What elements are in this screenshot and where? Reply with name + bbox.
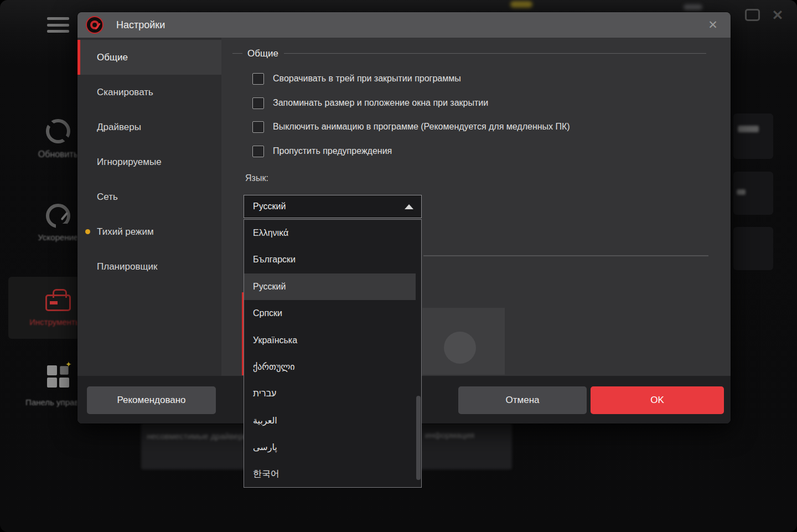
tab-network[interactable]: Сеть bbox=[77, 179, 221, 214]
checkbox-row-remember-window: Запоминать размер и положение окна при з… bbox=[244, 97, 488, 109]
checkbox-skip-warnings[interactable] bbox=[252, 146, 264, 157]
option-greek[interactable]: Ελληνικά bbox=[244, 220, 416, 246]
control-panel-icon bbox=[47, 365, 69, 388]
option-serbian[interactable]: Српски bbox=[244, 300, 416, 327]
background-card bbox=[733, 227, 773, 270]
tab-scan[interactable]: Сканировать bbox=[77, 75, 221, 110]
dialog-close-icon[interactable]: ✕ bbox=[703, 12, 723, 38]
illustration-placeholder bbox=[422, 308, 505, 375]
option-korean[interactable]: 한국어 bbox=[244, 461, 416, 487]
illustration-circle bbox=[444, 332, 476, 364]
background-tile-incompatible-drivers: несовместимые драйверы bbox=[141, 422, 255, 469]
cancel-button[interactable]: Отмена bbox=[458, 386, 587, 414]
maximize-window-icon[interactable] bbox=[745, 9, 760, 21]
checkbox-row-skip-warnings: Пропустить предупреждения bbox=[244, 145, 392, 157]
tab-silent-mode[interactable]: Тихий режим bbox=[77, 214, 221, 249]
language-select[interactable]: Русский bbox=[244, 195, 422, 218]
app-window: ✕ Обновить Ускорение Инструменты bbox=[0, 0, 797, 532]
option-hebrew[interactable]: עברית bbox=[244, 380, 416, 407]
update-icon bbox=[46, 119, 70, 143]
checkbox-remember-window[interactable] bbox=[252, 97, 264, 109]
recommended-button[interactable]: Рекомендовано bbox=[87, 386, 216, 414]
option-persian[interactable]: پارسی bbox=[244, 434, 416, 461]
checkbox-row-minimize-to-tray: Сворачивать в трей при закрытии программ… bbox=[244, 73, 461, 85]
silent-mode-dot bbox=[85, 229, 90, 234]
notification-badge bbox=[510, 1, 532, 8]
tab-ignored[interactable]: Игнорируемые bbox=[77, 144, 221, 179]
dialog-titlebar: Настройки ✕ bbox=[77, 12, 731, 38]
section-title: Общие bbox=[247, 48, 278, 59]
tab-general[interactable]: Общие bbox=[77, 40, 221, 75]
tab-scheduler[interactable]: Планировщик bbox=[77, 249, 221, 284]
checkbox-minimize-to-tray[interactable] bbox=[252, 73, 264, 85]
background-card bbox=[733, 172, 773, 215]
language-label: Язык: bbox=[245, 173, 268, 183]
section-divider bbox=[423, 255, 708, 256]
tab-drivers[interactable]: Драйверы bbox=[77, 110, 221, 144]
dialog-title: Настройки bbox=[116, 12, 165, 38]
checkbox-label: Выключить анимацию в программе (Рекоменд… bbox=[273, 122, 570, 132]
section-header: Общие bbox=[232, 49, 706, 58]
speedometer-icon bbox=[46, 204, 70, 228]
chevron-up-icon bbox=[405, 204, 413, 209]
close-window-icon[interactable]: ✕ bbox=[769, 7, 786, 23]
checkbox-disable-animation[interactable] bbox=[252, 121, 264, 133]
background-card bbox=[733, 113, 773, 159]
checkbox-label: Пропустить предупреждения bbox=[273, 146, 392, 156]
star-badge-icon: ✦ bbox=[65, 360, 72, 369]
background-blur-element bbox=[684, 4, 702, 10]
dropdown-scrollbar[interactable] bbox=[416, 396, 421, 480]
option-bulgarian[interactable]: Български bbox=[244, 246, 416, 273]
hamburger-menu-icon[interactable] bbox=[47, 17, 69, 33]
language-dropdown-list: Ελληνικά Български Русский Српски Україн… bbox=[244, 219, 422, 488]
toolbox-icon bbox=[45, 295, 71, 311]
option-arabic[interactable]: العربية bbox=[244, 407, 416, 434]
checkbox-row-disable-animation: Выключить анимацию в программе (Рекоменд… bbox=[244, 121, 570, 133]
checkbox-label: Сворачивать в трей при закрытии программ… bbox=[273, 74, 461, 84]
app-logo-icon bbox=[86, 16, 103, 34]
checkbox-label: Запоминать размер и положение окна при з… bbox=[273, 98, 488, 108]
option-russian[interactable]: Русский bbox=[244, 273, 416, 300]
language-select-value: Русский bbox=[253, 195, 286, 218]
option-ukrainian[interactable]: Українська bbox=[244, 327, 416, 354]
ok-button[interactable]: OK bbox=[591, 386, 724, 414]
settings-sidebar: Общие Сканировать Драйверы Игнорируемые … bbox=[77, 38, 221, 376]
option-georgian[interactable]: ქართული bbox=[244, 354, 416, 380]
